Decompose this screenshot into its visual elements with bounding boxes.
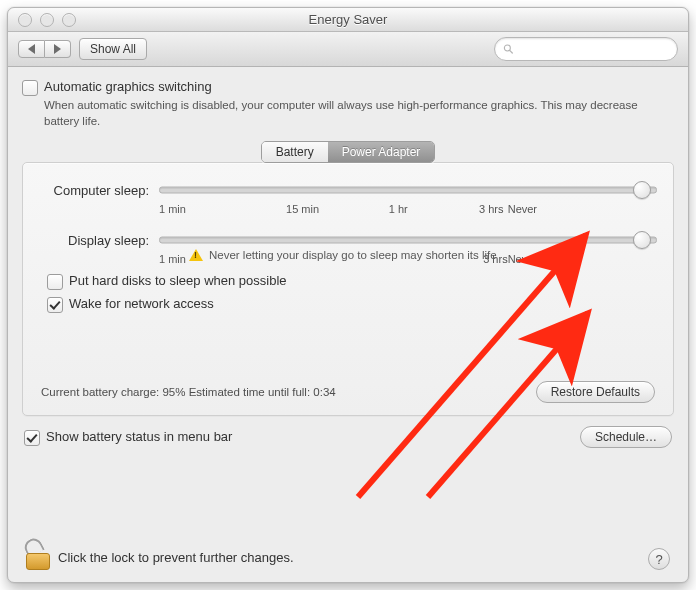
hard-disk-sleep-row: Put hard disks to sleep when possible: [47, 273, 657, 290]
tab-battery[interactable]: Battery: [262, 142, 328, 162]
tick-label: 15 min: [255, 203, 351, 215]
forward-button[interactable]: [45, 40, 71, 58]
window-title: Energy Saver: [8, 12, 688, 27]
show-battery-menu-label: Show battery status in menu bar: [46, 429, 232, 444]
computer-sleep-row: Computer sleep:: [39, 179, 657, 201]
tick-label: 1 hr: [350, 203, 446, 215]
search-icon: [503, 43, 514, 55]
computer-sleep-thumb[interactable]: [633, 181, 651, 199]
help-button[interactable]: ?: [648, 548, 670, 570]
display-sleep-label: Display sleep:: [39, 233, 149, 248]
window-controls: [8, 13, 76, 27]
battery-status-text: Current battery charge: 95% Estimated ti…: [41, 386, 336, 398]
status-row: Current battery charge: 95% Estimated ti…: [39, 381, 657, 403]
hard-disk-sleep-checkbox[interactable]: [47, 274, 63, 290]
tick-label: 3 hrs: [446, 203, 503, 215]
tick-label: Never: [504, 203, 538, 215]
auto-graphics-checkbox[interactable]: [22, 80, 38, 96]
lock-row: Click the lock to prevent further change…: [26, 544, 294, 570]
power-source-tabs: Battery Power Adapter: [22, 141, 674, 163]
chevron-right-icon: [54, 44, 61, 54]
restore-defaults-button[interactable]: Restore Defaults: [536, 381, 655, 403]
tick-label: 1 min: [159, 203, 255, 215]
display-sleep-slider[interactable]: [159, 229, 657, 251]
wake-network-checkbox[interactable]: [47, 297, 63, 313]
search-input[interactable]: [518, 41, 669, 57]
computer-sleep-ticks: 1 min 15 min 1 hr 3 hrs Never: [159, 203, 537, 215]
auto-graphics-hint: When automatic switching is disabled, yo…: [44, 98, 674, 129]
tab-power-adapter[interactable]: Power Adapter: [328, 142, 435, 162]
tick-label: Never: [508, 253, 537, 265]
search-field[interactable]: [494, 37, 678, 61]
energy-saver-window: Energy Saver Show All Automatic graphics…: [7, 7, 689, 583]
display-sleep-row: Display sleep:: [39, 229, 657, 251]
schedule-button[interactable]: Schedule…: [580, 426, 672, 448]
computer-sleep-label: Computer sleep:: [39, 183, 149, 198]
wake-network-label: Wake for network access: [69, 296, 214, 311]
auto-graphics-label: Automatic graphics switching: [44, 79, 212, 94]
preference-pane: Automatic graphics switching When automa…: [8, 67, 688, 583]
close-dot[interactable]: [18, 13, 32, 27]
lock-icon[interactable]: [26, 544, 48, 570]
toolbar: Show All: [8, 32, 688, 67]
wake-network-row: Wake for network access: [47, 296, 657, 313]
settings-panel: Computer sleep: 1 min 15 min 1 hr 3 hrs …: [22, 162, 674, 416]
chevron-left-icon: [28, 44, 35, 54]
minimize-dot[interactable]: [40, 13, 54, 27]
display-sleep-thumb[interactable]: [633, 231, 651, 249]
svg-line-1: [510, 50, 513, 53]
nav-back-forward: [18, 40, 71, 58]
titlebar: Energy Saver: [8, 8, 688, 32]
bottom-row: Show battery status in menu bar Schedule…: [22, 426, 674, 448]
warning-icon: [189, 249, 203, 261]
lock-text: Click the lock to prevent further change…: [58, 550, 294, 565]
hard-disk-sleep-label: Put hard disks to sleep when possible: [69, 273, 287, 288]
show-battery-menu-row: Show battery status in menu bar: [24, 429, 232, 446]
zoom-dot[interactable]: [62, 13, 76, 27]
options-group: Put hard disks to sleep when possible Wa…: [47, 273, 657, 313]
show-all-button[interactable]: Show All: [79, 38, 147, 60]
back-button[interactable]: [18, 40, 45, 58]
computer-sleep-slider[interactable]: [159, 179, 657, 201]
show-battery-menu-checkbox[interactable]: [24, 430, 40, 446]
auto-graphics-row: Automatic graphics switching: [22, 79, 674, 96]
